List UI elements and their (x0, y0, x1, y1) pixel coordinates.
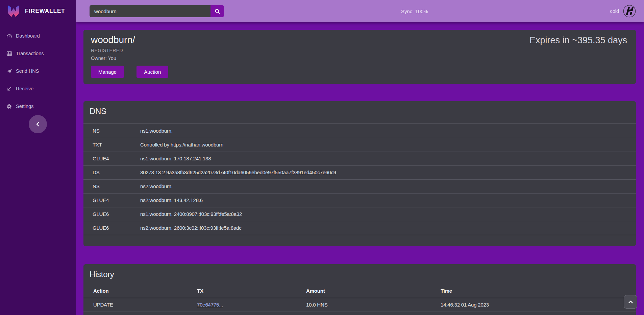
dns-record-value: ns1.woodburn. 170.187.241.138 (140, 152, 636, 165)
scroll-to-top-button[interactable] (624, 295, 637, 309)
dns-record-value: 30273 13 2 9a3a8fb3d625d2a2073d740f10da6… (140, 165, 636, 179)
sidebar-item-label: Send HNS (16, 68, 39, 74)
firewallet-logo-icon (7, 4, 20, 18)
history-table: Action TX Amount Time UPDATE 70e64775...… (83, 284, 636, 315)
dns-record-type: GLUE4 (83, 152, 140, 165)
dns-title: DNS (83, 101, 636, 124)
dns-record-row: NS ns2.woodburn. (83, 179, 636, 193)
handshake-hns-logo-icon[interactable] (623, 5, 636, 18)
dns-record-type: NS (83, 124, 140, 138)
dns-record-type: TXT (83, 138, 140, 152)
sidebar-item-settings[interactable]: Settings (0, 97, 76, 115)
dns-record-value: ns1.woodburn. 2400:8907::f03c:93ff:fe5a:… (140, 207, 636, 221)
dns-record-type: GLUE4 (83, 193, 140, 207)
sidebar-item-dashboard[interactable]: Dashboard (0, 27, 76, 45)
history-col-amount: Amount (306, 284, 441, 298)
dns-record-row: GLUE4 ns1.woodburn. 170.187.241.138 (83, 152, 636, 165)
sidebar-item-send-hns[interactable]: Send HNS (0, 62, 76, 80)
dns-record-row: TXT Controlled by https://nathan.woodbur… (83, 138, 636, 152)
history-card: History Action TX Amount Time UPDATE 70e… (83, 264, 636, 315)
history-time: 15:15:08 07 Feb 2023 (441, 312, 636, 315)
history-col-action: Action (83, 284, 197, 298)
dns-record-value: ns1.woodburn. (140, 124, 636, 138)
history-action: UPDATE (83, 298, 197, 312)
manage-button[interactable]: Manage (91, 66, 124, 78)
history-title: History (83, 264, 636, 284)
search-icon (215, 8, 220, 14)
main-content: woodburn/ REGISTERED Owner: You Manage A… (76, 0, 644, 315)
sidebar-item-label: Transactions (16, 51, 44, 56)
sidebar-nav: Dashboard Transactions Send HNS Receiv (0, 27, 76, 115)
domain-expiry: Expires in ~395.35 days (529, 35, 627, 46)
dns-record-row: GLUE4 ns2.woodburn. 143.42.128.6 (83, 193, 636, 207)
settings-gear-icon (6, 104, 12, 109)
history-col-tx: TX (197, 284, 306, 298)
sidebar-item-transactions[interactable]: Transactions (0, 45, 76, 62)
dns-record-value: ns2.woodburn. (140, 179, 636, 193)
dns-table: NS ns1.woodburn. TXT Controlled by https… (83, 124, 636, 235)
history-time: 14:46:32 01 Aug 2023 (441, 298, 636, 312)
history-col-time: Time (441, 284, 636, 298)
dns-record-row: GLUE6 ns1.woodburn. 2400:8907::f03c:93ff… (83, 207, 636, 221)
sidebar-item-label: Receive (16, 86, 33, 91)
dns-record-type: GLUE6 (83, 221, 140, 235)
wallet-indicator: cold (610, 5, 636, 18)
history-header-row: Action TX Amount Time (83, 284, 636, 298)
history-amount: 10.0 HNS (306, 312, 441, 315)
dns-card: DNS NS ns1.woodburn. TXT Controlled by h… (83, 101, 636, 246)
sidebar-collapse-button[interactable] (29, 115, 47, 133)
topbar: Sync: 100% cold (76, 0, 644, 22)
auction-button[interactable]: Auction (137, 66, 168, 78)
transactions-table-icon (6, 51, 12, 57)
dns-record-type: NS (83, 179, 140, 193)
sync-status: Sync: 100% (401, 8, 428, 14)
chevron-left-icon (35, 122, 40, 127)
domain-card: woodburn/ REGISTERED Owner: You Manage A… (83, 30, 636, 84)
sidebar-item-label: Settings (16, 104, 33, 109)
dns-record-value: ns2.woodburn. 2600:3c02::f03c:93ff:fe5a:… (140, 221, 636, 235)
search-input[interactable] (90, 5, 210, 17)
dns-record-row: GLUE6 ns2.woodburn. 2600:3c02::f03c:93ff… (83, 221, 636, 235)
search-button[interactable] (210, 5, 224, 17)
dns-record-value: Controlled by https://nathan.woodburn (140, 138, 636, 152)
tx-link[interactable]: 70e64775... (197, 302, 223, 308)
dns-record-row: NS ns1.woodburn. (83, 124, 636, 138)
dashboard-gauge-icon (6, 33, 12, 39)
history-row: RENEW d7b64f... 10.0 HNS 15:15:08 07 Feb… (83, 312, 636, 315)
search-bar (90, 5, 224, 17)
sidebar: FIREWALLET Dashboard Transactions Sen (0, 0, 76, 315)
sidebar-item-label: Dashboard (16, 33, 40, 39)
domain-status: REGISTERED (91, 48, 628, 53)
dns-record-type: DS (83, 165, 140, 179)
history-action: RENEW (83, 312, 197, 315)
domain-owner: Owner: You (91, 55, 628, 61)
history-row: UPDATE 70e64775... 10.0 HNS 14:46:32 01 … (83, 298, 636, 312)
send-plane-icon (6, 68, 12, 74)
receive-arrow-icon (6, 86, 12, 92)
sidebar-item-receive[interactable]: Receive (0, 80, 76, 97)
dns-record-type: GLUE6 (83, 207, 140, 221)
dns-record-value: ns2.woodburn. 143.42.128.6 (140, 193, 636, 207)
brand-name: FIREWALLET (25, 8, 65, 15)
brand: FIREWALLET (0, 0, 76, 22)
dns-record-row: DS 30273 13 2 9a3a8fb3d625d2a2073d740f10… (83, 165, 636, 179)
history-amount: 10.0 HNS (306, 298, 441, 312)
chevron-up-icon (628, 299, 633, 305)
wallet-mode-label: cold (610, 8, 619, 14)
